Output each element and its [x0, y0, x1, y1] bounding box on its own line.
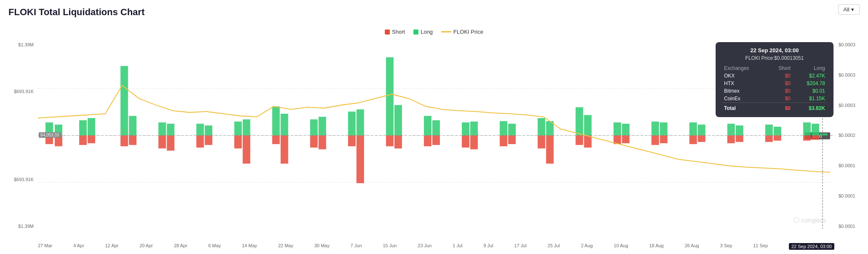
svg-rect-27 [432, 120, 440, 135]
svg-rect-19 [281, 114, 288, 136]
svg-rect-87 [765, 136, 773, 142]
svg-rect-12 [158, 123, 166, 136]
svg-rect-52 [88, 136, 95, 144]
svg-rect-85 [727, 136, 735, 144]
tooltip-row-bitmex: Bitmex $0 $0.01 [722, 87, 827, 95]
svg-rect-68 [394, 136, 402, 149]
svg-rect-72 [470, 136, 478, 150]
svg-rect-69 [424, 136, 431, 147]
tooltip-col-short: Short [767, 64, 792, 72]
svg-rect-8 [79, 120, 87, 135]
svg-rect-60 [243, 136, 250, 164]
svg-rect-81 [652, 136, 659, 145]
svg-rect-14 [196, 124, 204, 136]
svg-rect-84 [698, 136, 706, 142]
svg-rect-40 [690, 123, 697, 136]
svg-rect-89 [803, 136, 811, 141]
all-button-label: All [844, 6, 849, 13]
svg-rect-37 [622, 124, 629, 136]
svg-rect-63 [310, 136, 318, 148]
svg-rect-43 [736, 126, 743, 136]
svg-rect-30 [500, 121, 507, 136]
svg-rect-15 [205, 126, 212, 136]
tooltip-table: Exchanges Short Long OKX $0 $2.47K HTX $… [722, 64, 827, 112]
svg-rect-88 [774, 136, 781, 141]
svg-rect-21 [319, 117, 326, 135]
tooltip-price: FLOKI Price:$0.00013051 [722, 55, 827, 61]
svg-rect-39 [660, 123, 668, 136]
svg-rect-26 [424, 116, 431, 135]
all-button[interactable]: All ▾ [838, 4, 860, 15]
svg-rect-10 [120, 66, 128, 136]
svg-rect-90 [812, 136, 819, 140]
tooltip-total-row: Total $0 $3.82K [722, 103, 827, 112]
svg-rect-44 [765, 125, 773, 136]
svg-rect-83 [690, 136, 697, 144]
svg-rect-74 [508, 136, 516, 144]
long-color-dot [413, 29, 418, 35]
watermark: ⬡ coinglass [793, 215, 826, 225]
svg-rect-66 [357, 136, 364, 183]
svg-rect-42 [727, 124, 735, 136]
svg-rect-65 [348, 136, 356, 147]
tooltip-row-htx: HTX $0 $204.78 [722, 80, 827, 87]
legend-long-label: Long [421, 29, 433, 35]
svg-rect-18 [272, 106, 280, 135]
svg-rect-73 [500, 136, 507, 147]
svg-rect-54 [129, 136, 136, 145]
legend-short: Short [385, 29, 405, 35]
svg-rect-22 [348, 112, 356, 136]
tooltip-price-label: FLOKI Price: [746, 55, 775, 61]
svg-rect-86 [736, 136, 743, 142]
svg-rect-23 [357, 110, 364, 136]
chart-title: FLOKI Total Liquidations Chart [8, 7, 144, 18]
svg-rect-28 [462, 123, 469, 136]
svg-rect-51 [79, 136, 87, 145]
svg-rect-16 [234, 122, 242, 136]
tooltip-row-okx: OKX $0 $2.47K [722, 72, 827, 80]
svg-rect-53 [120, 136, 128, 147]
svg-rect-64 [319, 136, 326, 150]
tooltip-row-coinex: CoinEx $0 $1.15K [722, 95, 827, 103]
chart-container: FLOKI Total Liquidations Chart All ▾ Sho… [0, 0, 868, 254]
svg-rect-82 [660, 136, 668, 144]
svg-rect-32 [538, 118, 545, 135]
h-ref-label: 64,053.33 [39, 132, 61, 138]
chart-area: 0.00 [38, 42, 834, 229]
tooltip: 22 Sep 2024, 03:00 FLOKI Price:$0.000130… [716, 42, 833, 117]
x-axis: 27 Mar 4 Apr 12 Apr 20 Apr 28 Apr 6 May … [38, 243, 834, 250]
svg-rect-41 [698, 125, 706, 136]
svg-rect-36 [613, 123, 621, 136]
legend: Short Long FLOKI Price [385, 29, 483, 35]
svg-rect-9 [88, 118, 95, 135]
svg-rect-31 [508, 124, 516, 136]
svg-rect-78 [584, 136, 591, 148]
svg-rect-35 [584, 115, 591, 135]
svg-rect-71 [462, 136, 469, 148]
tooltip-date: 22 Sep 2024, 03:00 [722, 47, 827, 53]
svg-rect-25 [394, 105, 402, 135]
svg-rect-47 [812, 124, 819, 136]
svg-rect-55 [158, 136, 166, 149]
svg-rect-77 [575, 136, 583, 145]
legend-price-label: FLOKI Price [453, 29, 483, 35]
svg-rect-58 [205, 136, 212, 145]
svg-rect-11 [129, 116, 136, 135]
svg-rect-59 [234, 136, 242, 149]
svg-rect-80 [622, 136, 629, 144]
tooltip-col-exchanges: Exchanges [722, 64, 767, 72]
chevron-down-icon: ▾ [851, 6, 854, 13]
svg-rect-57 [196, 136, 204, 148]
short-color-dot [385, 29, 390, 35]
svg-rect-34 [575, 107, 583, 136]
svg-rect-62 [281, 136, 288, 164]
svg-rect-67 [386, 136, 394, 147]
svg-rect-48 [820, 133, 828, 135]
legend-long: Long [413, 29, 433, 35]
svg-rect-20 [310, 119, 318, 135]
chart-svg: 0.00 [38, 42, 834, 229]
price-line-sample [441, 31, 451, 32]
svg-rect-70 [432, 136, 440, 145]
svg-rect-75 [538, 136, 545, 149]
svg-rect-46 [803, 123, 811, 136]
